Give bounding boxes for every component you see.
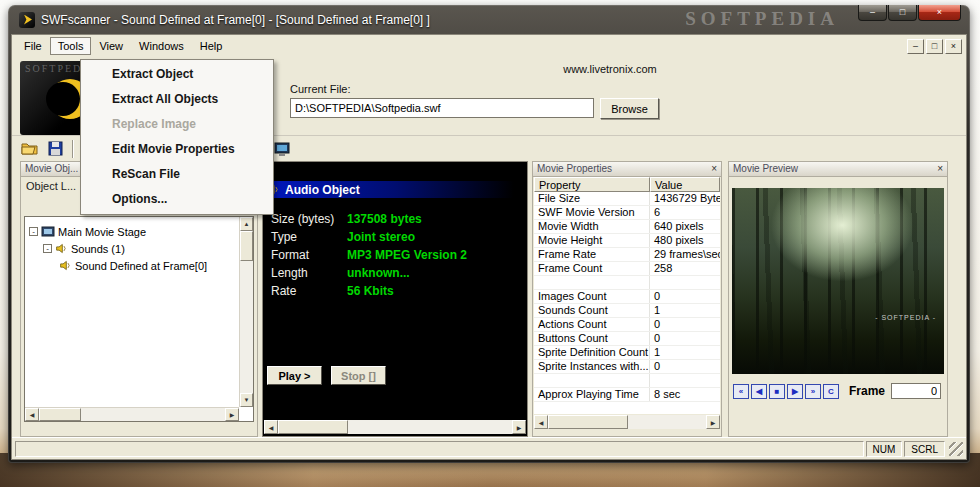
scroll-left-icon[interactable] [264,420,278,434]
collapse-icon[interactable] [29,227,38,236]
tree-node-label: Sound Defined at Frame[0] [75,260,207,272]
title-bar[interactable]: SWFscanner - Sound Defined at Frame[0] -… [11,5,967,34]
table-row[interactable]: Frame Count258 [534,262,720,276]
forward-button[interactable]: » [805,384,821,399]
speaker-icon [55,242,68,255]
audio-prop-label: Format [271,248,347,262]
menu-item-extract-all-objects[interactable]: Extract All Objects [82,87,272,112]
table-row[interactable]: Sprite Instances with...0 [534,360,720,374]
menu-item-rescan-file[interactable]: ReScan File [82,162,272,187]
audio-prop-value: 137508 bytes [347,212,422,226]
preview-watermark: - SOFTPEDIA - [875,314,936,321]
tree-node-sound-frame0[interactable]: Sound Defined at Frame[0] [29,257,251,274]
prev-frame-button[interactable]: ◀ [751,384,767,399]
current-file-label: Current File: [290,83,351,95]
menu-windows[interactable]: Windows [131,37,192,55]
audio-horizontal-scrollbar[interactable] [264,420,526,434]
mdi-restore-button[interactable]: □ [926,39,943,54]
status-bar: NUM SCRL [12,437,966,459]
browse-button[interactable]: Browse [600,98,659,119]
desktop: SWFscanner - Sound Defined at Frame[0] -… [0,0,980,487]
table-row[interactable]: Buttons Count0 [534,332,720,346]
table-row[interactable]: Frame Rate29 frames\sec [534,248,720,262]
stage-icon [41,226,55,238]
scrollbar-thumb[interactable] [278,420,348,434]
table-row[interactable]: Sprite Definition Count1 [534,346,720,360]
rewind-button[interactable]: « [733,384,749,399]
next-frame-button[interactable]: ▶ [787,384,803,399]
frame-input[interactable] [891,383,941,399]
scroll-right-icon[interactable] [706,415,720,429]
movie-preview-panel: Movie Preview × - SOFTPEDIA - « ◀ ■ ▶ » … [728,161,948,437]
panel-close-icon[interactable]: × [711,163,717,175]
scroll-right-icon[interactable] [512,420,526,434]
movie-properties-panel: Movie Properties × Property Value File S… [532,161,722,437]
table-row[interactable] [534,374,720,388]
audio-prop-label: Rate [271,284,347,298]
tree-node-label: Sounds (1) [71,243,125,255]
object-tree: Main Movie Stage Sounds (1) Sound Define… [24,216,254,422]
frame-label: Frame [849,384,885,398]
menu-file[interactable]: File [16,37,50,55]
tree-horizontal-scrollbar[interactable] [25,407,239,421]
table-row[interactable]: SWF Movie Version6 [534,206,720,220]
mdi-close-button[interactable]: × [945,39,962,54]
table-row[interactable]: Images Count0 [534,290,720,304]
scrollbar-thumb[interactable] [548,415,628,429]
panel-close-icon[interactable]: × [937,163,943,175]
menu-tools[interactable]: Tools [50,37,92,55]
collapse-icon[interactable] [43,244,52,253]
table-row[interactable]: Actions Count0 [534,318,720,332]
table-row[interactable]: Movie Width640 pixels [534,220,720,234]
tree-node-stage[interactable]: Main Movie Stage [29,223,251,240]
column-header[interactable]: Property [534,177,650,192]
tools-dropdown-menu: Extract Object Extract All Objects Repla… [80,59,274,215]
client-area: File Tools View Windows Help – □ × SOFTP… [11,34,967,460]
open-file-icon[interactable] [20,139,39,158]
menu-view[interactable]: View [91,37,131,55]
audio-prop-value: unknown... [347,266,410,280]
column-header[interactable]: Value [650,177,720,192]
audio-prop-label: Type [271,230,347,244]
save-icon[interactable] [46,139,65,158]
table-row[interactable]: Sounds Count1 [534,304,720,318]
continuous-play-button[interactable]: C [823,384,839,399]
stop-button[interactable]: Stop [] [331,366,386,385]
stop-playback-button[interactable]: ■ [769,384,785,399]
table-row[interactable]: File Size1436729 Byte [534,192,720,206]
mdi-minimize-button[interactable]: – [907,39,924,54]
website-link[interactable]: www.livetronix.com [460,63,760,75]
tree-node-sounds[interactable]: Sounds (1) [29,240,251,257]
window-title: SWFscanner - Sound Defined at Frame[0] -… [41,13,430,27]
app-window: SWFscanner - Sound Defined at Frame[0] -… [8,5,970,463]
table-row[interactable]: Approx Playing Time8 sec [534,388,720,402]
close-button[interactable]: × [918,5,961,21]
current-file-input[interactable] [290,98,594,118]
resize-grip[interactable] [949,442,963,456]
scroll-left-icon[interactable] [25,408,39,421]
minimize-button[interactable]: – [858,5,887,21]
preview-image: - SOFTPEDIA - [732,188,944,374]
menu-item-options[interactable]: Options... [82,187,272,212]
scrollbar-thumb[interactable] [240,231,253,261]
scroll-down-icon[interactable] [240,393,253,407]
menu-help[interactable]: Help [192,37,231,55]
table-row[interactable]: Movie Height480 pixels [534,234,720,248]
audio-object-panel: Audio Object Size (bytes)137508 bytes Ty… [262,161,528,437]
maximize-button[interactable]: □ [888,5,917,21]
movie-monitor-icon[interactable] [272,139,291,158]
scrollbar-thumb[interactable] [39,408,81,421]
audio-object-header: Audio Object [263,181,527,198]
scroll-right-icon[interactable] [225,408,239,421]
app-icon [19,12,35,28]
menu-item-extract-object[interactable]: Extract Object [82,62,272,87]
audio-prop-value: Joint stereo [347,230,415,244]
scroll-up-icon[interactable] [240,217,253,231]
menu-item-edit-movie-properties[interactable]: Edit Movie Properties [82,137,272,162]
tree-vertical-scrollbar[interactable] [239,217,253,407]
play-button[interactable]: Play > [267,366,322,385]
scroll-left-icon[interactable] [534,415,548,429]
properties-horizontal-scrollbar[interactable] [534,415,720,429]
table-row[interactable] [534,276,720,290]
menu-item-replace-image: Replace Image [82,112,272,137]
